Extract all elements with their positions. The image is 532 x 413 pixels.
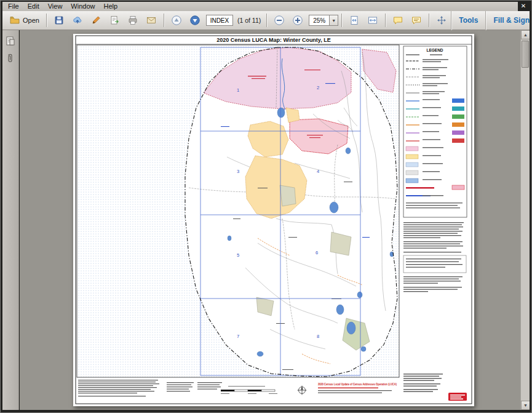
navigation-sidebar bbox=[2, 30, 19, 410]
svg-text:4: 4 bbox=[317, 169, 319, 174]
tools-pane-button[interactable]: Tools bbox=[451, 11, 485, 30]
svg-text:6: 6 bbox=[316, 250, 318, 255]
scrollbar-thumb[interactable] bbox=[522, 41, 529, 68]
scroll-down-button[interactable]: ▼ bbox=[521, 401, 530, 410]
open-button[interactable]: Open bbox=[6, 13, 43, 28]
svg-text:2: 2 bbox=[317, 85, 319, 90]
menu-file[interactable]: File bbox=[4, 2, 23, 11]
map-body: 1 2 3 4 5 6 7 8 bbox=[77, 45, 399, 377]
toolbar-separator bbox=[46, 14, 47, 27]
luca-program-title: 2020 Census Local Update of Census Addre… bbox=[318, 382, 397, 386]
map-sheet: 2020 Census LUCA Map: Winter County, LE bbox=[73, 34, 474, 406]
up-arrow-icon bbox=[171, 15, 182, 26]
legend-panel: LEGEND bbox=[403, 46, 467, 217]
toolbar: Open bbox=[2, 11, 530, 30]
pdf-page: 2020 Census LUCA Map: Winter County, LE bbox=[73, 34, 474, 406]
zoom-out-button[interactable] bbox=[270, 13, 288, 28]
fit-width-icon bbox=[367, 15, 378, 26]
highlight-comment-button[interactable] bbox=[407, 13, 426, 28]
legend-title: LEGEND bbox=[426, 48, 443, 52]
cloud-icon bbox=[72, 15, 83, 26]
scroll-up-button[interactable]: ▲ bbox=[521, 30, 530, 39]
svg-text:7: 7 bbox=[237, 334, 239, 339]
open-folder-icon bbox=[9, 15, 20, 26]
down-arrow-icon bbox=[189, 15, 200, 26]
menu-view[interactable]: View bbox=[44, 2, 67, 11]
page-number-input[interactable] bbox=[206, 15, 233, 26]
svg-text:5: 5 bbox=[237, 252, 239, 258]
document-icon bbox=[109, 15, 120, 26]
page-thumbnails-button[interactable] bbox=[5, 36, 16, 47]
previous-page-button[interactable] bbox=[167, 13, 186, 28]
next-page-button[interactable] bbox=[186, 13, 204, 28]
census-logo bbox=[448, 393, 467, 401]
fill-sign-pane-button[interactable]: Fill & Sign bbox=[485, 11, 532, 30]
menu-window[interactable]: Window bbox=[66, 2, 99, 11]
toolbar-separator bbox=[341, 14, 342, 27]
speech-bubble-icon bbox=[392, 15, 403, 26]
fit-page-button[interactable] bbox=[345, 13, 363, 28]
menu-edit[interactable]: Edit bbox=[23, 2, 44, 11]
toolbar-separator bbox=[429, 14, 429, 27]
open-label: Open bbox=[23, 17, 39, 24]
task-pane-links: Tools Fill & Sign Comment bbox=[451, 11, 532, 30]
chevron-down-icon: ▼ bbox=[329, 15, 338, 25]
save-icon bbox=[54, 15, 65, 26]
pan-arrows-icon bbox=[436, 15, 447, 26]
acrobat-window: File Edit View Window Help ✕ Open bbox=[0, 0, 532, 413]
svg-text:3: 3 bbox=[237, 169, 239, 174]
page-count-label: (1 of 11) bbox=[237, 17, 261, 24]
envelope-icon bbox=[146, 15, 157, 26]
minus-icon bbox=[274, 15, 285, 26]
menu-bar: File Edit View Window Help bbox=[2, 2, 518, 11]
zoom-value: 25% bbox=[309, 17, 329, 24]
svg-text:8: 8 bbox=[317, 334, 319, 339]
cloud-upload-button[interactable] bbox=[68, 13, 87, 28]
zoom-level-select[interactable]: 25% ▼ bbox=[309, 15, 338, 26]
toolbar-separator bbox=[385, 14, 386, 27]
sticky-note-button[interactable] bbox=[389, 13, 407, 28]
pen-icon bbox=[90, 15, 101, 26]
attachments-button[interactable] bbox=[5, 53, 16, 64]
vertical-scrollbar[interactable]: ▲ ▼ bbox=[520, 30, 530, 410]
email-button[interactable] bbox=[142, 13, 161, 28]
export-button[interactable] bbox=[105, 13, 124, 28]
plus-icon bbox=[292, 15, 303, 26]
pan-button[interactable] bbox=[432, 13, 451, 28]
fit-width-button[interactable] bbox=[363, 13, 382, 28]
svg-text:1: 1 bbox=[237, 87, 239, 93]
toolbar-separator bbox=[164, 14, 164, 27]
map-title: 2020 Census LUCA Map: Winter County, LE bbox=[216, 37, 330, 43]
save-button[interactable] bbox=[50, 13, 68, 28]
sign-button[interactable] bbox=[87, 13, 105, 28]
comment-lines-icon bbox=[411, 15, 422, 26]
close-button[interactable]: ✕ bbox=[518, 1, 528, 10]
menu-help[interactable]: Help bbox=[99, 2, 122, 11]
fit-page-icon bbox=[349, 15, 360, 26]
zoom-in-button[interactable] bbox=[288, 13, 307, 28]
toolbar-separator bbox=[266, 14, 267, 27]
document-area: 2020 Census LUCA Map: Winter County, LE bbox=[20, 30, 530, 410]
print-button[interactable] bbox=[124, 13, 142, 28]
printer-icon bbox=[127, 15, 138, 26]
